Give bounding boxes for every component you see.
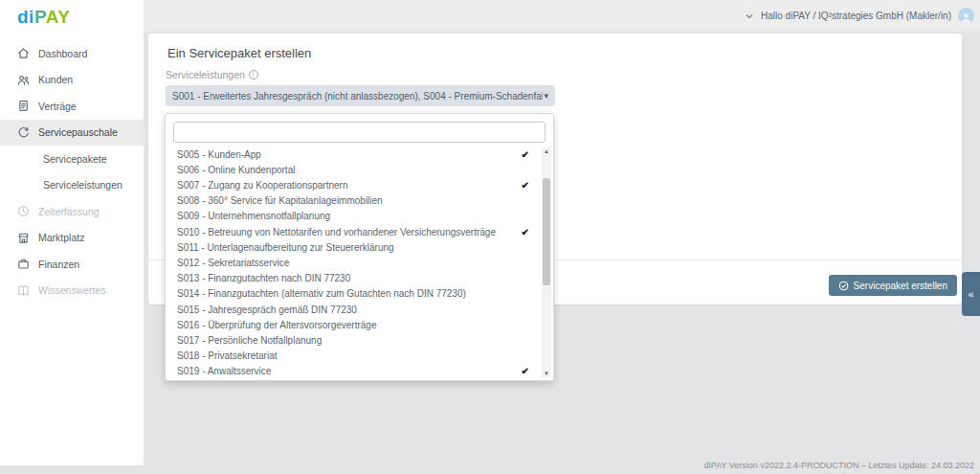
dropdown-option-label: S011 - Unterlagenaufbereitung zur Steuer… (177, 242, 394, 253)
scroll-up-arrow[interactable]: ▲ (542, 147, 551, 156)
chevron-down-icon[interactable] (745, 11, 754, 21)
dropdown-option[interactable]: S009 - Unternehmensnotfallplanung (166, 209, 541, 224)
dropdown-option-label: S018 - Privatsekretariat (177, 350, 278, 361)
dropdown-option[interactable]: S018 - Privatsekretariat (166, 349, 541, 364)
sidebar-item-serviceleistungen[interactable]: Serviceleistungen (0, 172, 144, 199)
logo-part-di: di (17, 7, 34, 27)
service-icon (17, 126, 30, 139)
home-icon (17, 47, 30, 59)
knowledge-icon (17, 284, 30, 297)
check-circle-icon (838, 281, 849, 291)
user-menu[interactable]: Hallo diPAY / IQ²strategies GmbH (Makler… (745, 0, 974, 32)
sidebar-item-wissenswertes[interactable]: Wissenswertes (0, 278, 144, 305)
caret-down-icon: ▾ (544, 91, 548, 101)
dropdown-option-label: S012 - Sekretariatsservice (177, 258, 289, 268)
dropdown-option[interactable]: S019 - Anwaltsservice✔ (166, 364, 541, 379)
clock-icon (17, 205, 30, 217)
dropdown-option[interactable]: S012 - Sekretariatsservice (166, 255, 541, 270)
dropdown-option-label: S009 - Unternehmensnotfallplanung (177, 211, 330, 221)
check-icon: ✔ (522, 149, 529, 160)
info-icon[interactable]: i (249, 70, 258, 79)
dropdown-option-label: S014 - Finanzgutachten (alternativ zum G… (177, 288, 466, 299)
create-package-button-label: Servicepaket erstellen (854, 281, 947, 291)
dropdown-option-label: S006 - Online Kundenportal (177, 165, 295, 175)
dropdown-option[interactable]: S013 - Finanzgutachten nach DIN 77230 (166, 271, 541, 286)
avatar[interactable] (958, 8, 974, 24)
user-greeting[interactable]: Hallo diPAY / IQ²strategies GmbH (Makler… (761, 11, 951, 21)
dropdown-scrollbar[interactable]: ▲ ▼ (542, 147, 551, 378)
sidebar-nav: DashboardKundenVerträgeServicepauschaleS… (0, 40, 144, 304)
dropdown-option[interactable]: S017 - Persönliche Notfallplanung (166, 332, 541, 348)
dropdown-option[interactable]: S007 - Zugang zu Kooperationspartnern✔ (166, 177, 541, 192)
contract-icon (17, 100, 30, 112)
dropdown-option-label: S015 - Jahresgespräch gemäß DIN 77230 (177, 305, 357, 315)
sidebar-item-servicepakete[interactable]: Servicepakete (0, 146, 144, 172)
users-icon (17, 74, 30, 86)
sidebar-item-label: Zeiterfassung (38, 206, 100, 217)
dropdown-option-label: S010 - Betreuung von Nettotarifen und vo… (177, 227, 496, 237)
sidebar-item-label: Dashboard (38, 48, 87, 59)
serviceleistungen-select[interactable]: S001 - Erweitertes Jahresgespräch (nicht… (166, 85, 555, 106)
field-label: Serviceleistungen (166, 69, 245, 80)
sidebar-item-label: Marktplatz (38, 232, 84, 243)
sidebar-item-servicepauschale[interactable]: Servicepauschale (0, 120, 144, 147)
dipay-logo: diPAY (17, 7, 70, 28)
check-icon: ✔ (522, 227, 529, 237)
sidebar-item-label: Servicepauschale (38, 126, 118, 138)
dropdown-option-label: S019 - Anwaltsservice (177, 366, 271, 376)
option-search-input[interactable] (173, 122, 546, 143)
dropdown-option[interactable]: S015 - Jahresgespräch gemäß DIN 77230 (166, 302, 541, 317)
dropdown-option[interactable]: S005 - Kunden-App✔ (166, 147, 541, 162)
store-icon (17, 232, 30, 244)
dropdown-option[interactable]: S006 - Online Kundenportal (166, 162, 541, 177)
check-icon: ✔ (522, 366, 529, 376)
sidebar-item-label: Verträge (38, 101, 77, 112)
logo-part-ay: AY (46, 7, 71, 27)
dropdown-option[interactable]: S016 - Überprüfung der Altersvorsorgever… (166, 317, 541, 332)
sidebar-item-vertr-ge[interactable]: Verträge (0, 93, 144, 120)
dropdown-option-label: S007 - Zugang zu Kooperationspartnern (177, 180, 347, 191)
sidebar-item-label: Serviceleistungen (43, 179, 122, 191)
version-footer: diPAY Version v2022.2.4-PRODUCTION – Let… (704, 461, 974, 470)
options-list: S005 - Kunden-App✔S006 - Online Kundenpo… (166, 147, 541, 379)
scroll-thumb[interactable] (543, 178, 550, 285)
check-icon: ✔ (522, 180, 529, 191)
dropdown-option[interactable]: S014 - Finanzgutachten (alternativ zum G… (166, 286, 541, 302)
collapse-panel-tab[interactable]: « (962, 272, 980, 316)
dropdown-option-label: S008 - 360° Service für Kapitalanlageimm… (177, 195, 383, 206)
dropdown-option-label: S016 - Überprüfung der Altersvorsorgever… (177, 320, 376, 330)
dropdown-option[interactable]: S008 - 360° Service für Kapitalanlageimm… (166, 193, 541, 209)
top-bar: Hallo diPAY / IQ²strategies GmbH (Makler… (144, 0, 980, 32)
field-label-row: Serviceleistungen i (166, 69, 258, 80)
select-value: S001 - Erweitertes Jahresgespräch (nicht… (172, 91, 543, 102)
sidebar-item-dashboard[interactable]: Dashboard (0, 40, 144, 67)
scroll-down-arrow[interactable]: ▼ (542, 370, 551, 378)
sidebar-item-label: Servicepakete (43, 153, 107, 165)
page-title: Ein Servicepaket erstellen (167, 46, 311, 60)
sidebar-item-marktplatz[interactable]: Marktplatz (0, 225, 144, 252)
sidebar-item-label: Wissenswertes (38, 284, 106, 296)
create-package-button[interactable]: Servicepaket erstellen (829, 275, 957, 296)
multiselect-dropdown: S005 - Kunden-App✔S006 - Online Kundenpo… (165, 113, 554, 381)
sidebar-item-kunden[interactable]: Kunden (0, 67, 144, 94)
logo-part-p: P (34, 7, 46, 27)
dropdown-option-label: S017 - Persönliche Notfallplanung (177, 335, 322, 346)
dropdown-option[interactable]: S011 - Unterlagenaufbereitung zur Steuer… (166, 239, 541, 255)
sidebar-item-finanzen[interactable]: Finanzen (0, 251, 144, 278)
sidebar: diPAY DashboardKundenVerträgeServicepaus… (0, 0, 144, 465)
sidebar-item-zeiterfassung[interactable]: Zeiterfassung (0, 198, 144, 225)
sidebar-item-label: Kunden (38, 74, 73, 85)
sidebar-item-label: Finanzen (38, 259, 79, 270)
dropdown-option-label: S013 - Finanzgutachten nach DIN 77230 (177, 273, 350, 283)
dropdown-option[interactable]: S010 - Betreuung von Nettotarifen und vo… (166, 224, 541, 239)
dropdown-option-label: S005 - Kunden-App (177, 149, 261, 160)
finance-icon (17, 258, 30, 270)
